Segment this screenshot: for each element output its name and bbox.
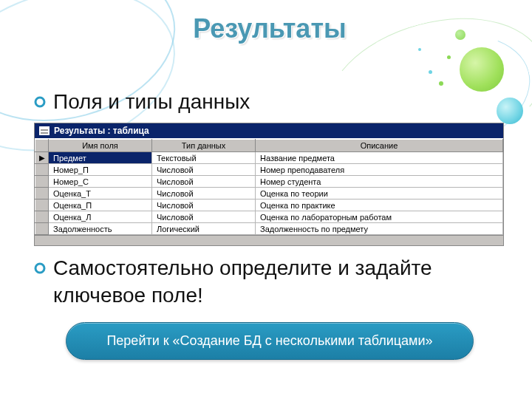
field-name-cell[interactable]: Оценка_Т	[49, 188, 152, 200]
row-selector[interactable]	[35, 211, 49, 223]
bullet-item: Поля и типы данных	[34, 89, 505, 115]
data-type-cell[interactable]: Числовой	[152, 188, 256, 200]
horizontal-scrollbar[interactable]	[35, 235, 503, 245]
row-selector[interactable]	[35, 200, 49, 211]
table-row[interactable]: Оценка_ПЧисловойОценка по практике	[35, 200, 503, 211]
ring-bullet-icon	[34, 96, 46, 108]
bullet-text: Самостоятельно определите и задайте ключ…	[53, 255, 505, 309]
table-row[interactable]: Номер_СЧисловойНомер студента	[35, 176, 503, 188]
data-type-cell[interactable]: Текстовый	[152, 152, 256, 164]
table-row[interactable]: Номер_ПЧисловойНомер преподавателя	[35, 164, 503, 176]
datasheet-icon	[39, 126, 50, 135]
svg-point-0	[35, 98, 44, 106]
data-type-cell[interactable]: Числовой	[152, 164, 256, 176]
field-name-cell[interactable]: Оценка_П	[49, 200, 152, 211]
row-selector[interactable]	[35, 223, 49, 235]
svg-point-1	[35, 264, 44, 273]
table-row[interactable]: ▶ПредметТекстовыйНазвание предмета	[35, 152, 503, 164]
column-header-field[interactable]: Имя поля	[49, 140, 152, 152]
next-link-button[interactable]: Перейти к «Создание БД с несколькими таб…	[66, 322, 473, 360]
table-row[interactable]: Оценка_ТЧисловойОценка по теории	[35, 188, 503, 200]
ring-bullet-icon	[34, 262, 46, 274]
grid-header-row: Имя поля Тип данных Описание	[35, 140, 503, 152]
description-cell[interactable]: Название предмета	[256, 152, 503, 164]
bullet-item: Самостоятельно определите и задайте ключ…	[34, 255, 505, 309]
slide-title: Результаты	[34, 13, 505, 44]
table-designer-window: Результаты : таблица Имя поля Тип данных…	[34, 123, 504, 246]
row-selector-header	[35, 140, 49, 152]
row-selector[interactable]	[35, 188, 49, 200]
field-name-cell[interactable]: Предмет	[49, 152, 152, 164]
data-type-cell[interactable]: Числовой	[152, 200, 256, 211]
field-name-cell[interactable]: Оценка_Л	[49, 211, 152, 223]
fields-grid[interactable]: Имя поля Тип данных Описание ▶ПредметТек…	[35, 139, 503, 235]
field-name-cell[interactable]: Номер_П	[49, 164, 152, 176]
data-type-cell[interactable]: Числовой	[152, 211, 256, 223]
row-selector[interactable]	[35, 164, 49, 176]
field-name-cell[interactable]: Задолженность	[49, 223, 152, 235]
bullet-text: Поля и типы данных	[53, 89, 250, 115]
field-name-cell[interactable]: Номер_С	[49, 176, 152, 188]
description-cell[interactable]: Оценка по практике	[256, 200, 503, 211]
description-cell[interactable]: Оценка по лабораторным работам	[256, 211, 503, 223]
column-header-desc[interactable]: Описание	[256, 140, 503, 152]
row-selector[interactable]	[35, 176, 49, 188]
window-titlebar[interactable]: Результаты : таблица	[35, 123, 503, 138]
table-row[interactable]: ЗадолженностьЛогическийЗадолженность по …	[35, 223, 503, 235]
table-row[interactable]: Оценка_ЛЧисловойОценка по лабораторным р…	[35, 211, 503, 223]
column-header-type[interactable]: Тип данных	[152, 140, 256, 152]
description-cell[interactable]: Номер преподавателя	[256, 164, 503, 176]
data-type-cell[interactable]: Логический	[152, 223, 256, 235]
window-title: Результаты : таблица	[54, 126, 149, 136]
description-cell[interactable]: Задолженность по предмету	[256, 223, 503, 235]
row-selector[interactable]: ▶	[35, 152, 49, 164]
description-cell[interactable]: Оценка по теории	[256, 188, 503, 200]
description-cell[interactable]: Номер студента	[256, 176, 503, 188]
data-type-cell[interactable]: Числовой	[152, 176, 256, 188]
